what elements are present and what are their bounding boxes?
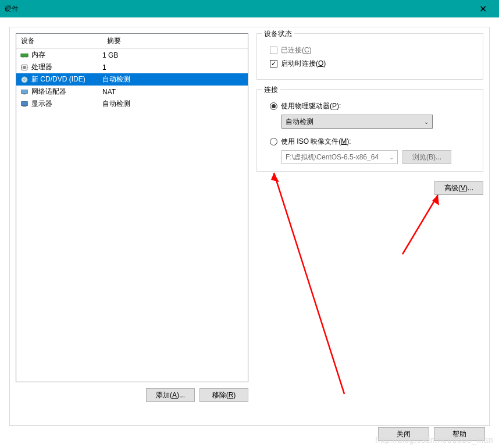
device-row[interactable]: 内存1 GB [16,49,248,61]
connect-on-power-checkbox[interactable] [270,60,277,67]
connected-checkbox [270,47,277,54]
browse-button: 浏览(B)... [402,150,451,164]
device-row[interactable]: 网络适配器NAT [16,86,248,98]
iso-radio[interactable] [270,138,277,145]
device-status-legend: 设备状态 [262,29,294,39]
advanced-button[interactable]: 高级(V)... [434,181,483,195]
device-name: 网络适配器 [31,87,66,97]
svg-rect-6 [23,66,26,69]
close-icon[interactable]: ✕ [471,0,494,17]
iso-label: 使用 ISO 映像文件(M): [281,137,351,147]
main-panel: 设备 摘要 内存1 GB处理器1新 CD/DVD (IDE)自动检测网络适配器N… [9,27,490,426]
device-summary: 自动检测 [101,74,244,84]
connection-group: 连接 使用物理驱动器(P): 自动检测 ⌄ 使用 ISO 映像文件(M): [256,89,483,172]
svg-rect-18 [23,105,26,106]
memory-icon [20,51,29,60]
svg-rect-3 [25,56,26,58]
device-list[interactable]: 设备 摘要 内存1 GB处理器1新 CD/DVD (IDE)自动检测网络适配器N… [16,33,248,382]
physical-drive-radio[interactable] [270,102,277,110]
device-summary: 自动检测 [101,99,244,109]
svg-rect-0 [21,54,28,56]
device-name: 内存 [31,50,45,60]
device-row[interactable]: 显示器自动检测 [16,98,248,110]
help-button[interactable]: 帮助 [434,427,485,441]
svg-point-14 [24,79,26,80]
connect-on-power-label: 启动时连接(O) [281,59,326,69]
svg-rect-16 [23,93,26,94]
connected-label: 已连接(C) [281,45,312,55]
svg-rect-15 [22,90,28,93]
svg-rect-2 [23,56,24,58]
device-summary: 1 [101,63,244,72]
device-status-group: 设备状态 已连接(C) 启动时连接(O) [256,33,483,80]
device-row[interactable]: 处理器1 [16,61,248,73]
device-row[interactable]: 新 CD/DVD (IDE)自动检测 [16,73,248,86]
connection-legend: 连接 [262,85,280,95]
device-name: 处理器 [31,62,52,72]
add-button[interactable]: 添加(A)... [146,388,195,402]
svg-rect-17 [22,101,28,105]
svg-rect-4 [27,56,27,58]
network-icon [20,87,29,97]
physical-drive-combo[interactable]: 自动检测 ⌄ [281,115,433,129]
cd-icon [20,75,29,84]
svg-rect-19 [23,106,27,106]
svg-rect-1 [22,56,23,58]
cpu-icon [20,63,29,72]
device-name: 显示器 [31,99,52,109]
chevron-down-icon: ⌄ [424,119,429,125]
window-title: 硬件 [5,4,471,14]
column-device[interactable]: 设备 [16,34,102,48]
column-summary[interactable]: 摘要 [102,34,248,48]
chevron-down-icon: ⌄ [389,154,394,161]
title-bar: 硬件 ✕ [0,0,499,17]
iso-path-input: F:\虚拟机\CentOS-6.5-x86_64 ⌄ [281,150,398,164]
device-summary: 1 GB [101,51,244,59]
remove-button[interactable]: 移除(R) [199,388,248,402]
close-button[interactable]: 关闭 [378,427,429,441]
physical-drive-label: 使用物理驱动器(P): [281,101,341,111]
display-icon [20,99,29,109]
device-name: 新 CD/DVD (IDE) [31,74,85,84]
device-list-header: 设备 摘要 [16,34,248,49]
device-summary: NAT [101,88,244,96]
